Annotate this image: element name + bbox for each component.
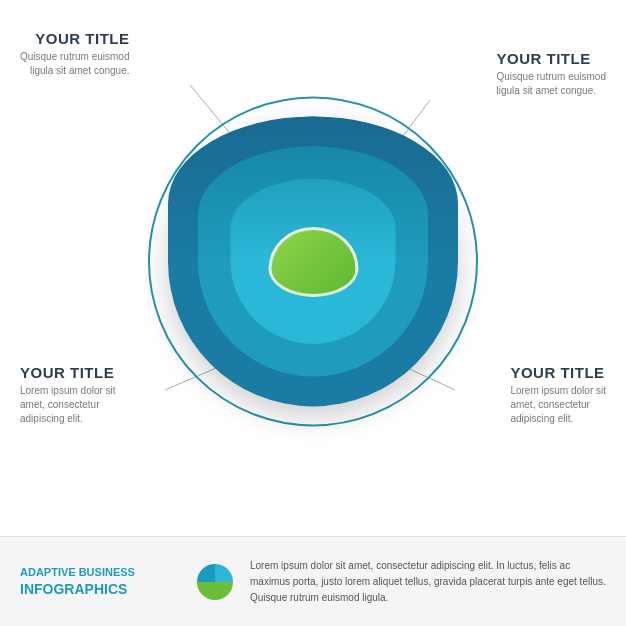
footer-brand: ADAPTIVE BUSINESS INFOGRAPHICS xyxy=(20,565,180,597)
circle-diagram xyxy=(148,96,478,426)
footer: ADAPTIVE BUSINESS INFOGRAPHICS Lorem ips… xyxy=(0,536,626,626)
top-left-desc: Quisque rutrum euismodligula sit amet co… xyxy=(20,50,130,78)
top-right-label: YOUR TITLE Quisque rutrum euismodligula … xyxy=(497,50,607,98)
footer-brand-text: ADAPTIVE BUSINESS INFOGRAPHICS xyxy=(20,565,180,597)
footer-description: Lorem ipsum dolor sit amet, consectetur … xyxy=(250,558,606,606)
brand-line1: ADAPTIVE BUSINESS xyxy=(20,565,180,579)
top-right-desc: Quisque rutrum euismodligula sit amet co… xyxy=(497,70,607,98)
layer1 xyxy=(168,116,458,406)
layer2 xyxy=(198,146,428,376)
layer3 xyxy=(231,179,396,344)
bottom-right-desc: Lorem ipsum dolor sitamet, consecteturad… xyxy=(510,384,606,426)
top-left-title: YOUR TITLE xyxy=(20,30,130,47)
top-left-label: YOUR TITLE Quisque rutrum euismodligula … xyxy=(20,30,130,78)
infographic-area: YOUR TITLE Quisque rutrum euismodligula … xyxy=(0,0,626,536)
top-right-title: YOUR TITLE xyxy=(497,50,607,67)
pie-chart-icon xyxy=(195,562,235,602)
main-container: YOUR TITLE Quisque rutrum euismodligula … xyxy=(0,0,626,626)
center-shape xyxy=(268,226,358,296)
brand-line2: INFOGRAPHICS xyxy=(20,580,180,598)
bottom-left-title: YOUR TITLE xyxy=(20,364,116,381)
bottom-right-title: YOUR TITLE xyxy=(510,364,606,381)
bottom-left-label: YOUR TITLE Lorem ipsum dolor sitamet, co… xyxy=(20,364,116,426)
bottom-right-label: YOUR TITLE Lorem ipsum dolor sitamet, co… xyxy=(510,364,606,426)
bottom-left-desc: Lorem ipsum dolor sitamet, consecteturad… xyxy=(20,384,116,426)
